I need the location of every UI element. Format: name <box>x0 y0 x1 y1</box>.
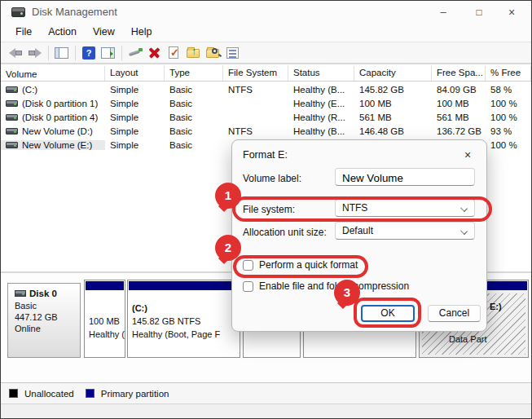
app-disk-icon <box>11 7 25 17</box>
menu-view[interactable]: View <box>85 24 123 42</box>
partition-status: Healthy (Boot, Page F <box>132 329 220 339</box>
up-arrow-glyph: ↑ <box>191 46 196 57</box>
forward-arrow-tail <box>29 51 35 55</box>
column-header-pct-free[interactable]: % Free <box>486 66 531 81</box>
status-bar <box>1 404 532 419</box>
forward-icon[interactable] <box>26 45 44 61</box>
cell-free-space: 136.72 GB <box>432 126 486 136</box>
volume-icon <box>6 86 18 93</box>
list-line <box>229 56 236 58</box>
minimize-button[interactable]: – <box>427 1 459 24</box>
highlight-ok-button <box>354 298 421 328</box>
show-console-tree-icon[interactable] <box>53 45 71 61</box>
list-line <box>229 53 236 55</box>
dialog-title: Format E: <box>243 149 288 161</box>
cell-capacity: 100 MB <box>354 99 432 108</box>
back-arrow-shape <box>9 48 15 58</box>
window-title: Disk Management <box>32 6 117 18</box>
column-header-volume[interactable]: Volume <box>1 66 105 81</box>
partition-size: 145.82 GB NTFS <box>132 316 200 326</box>
cell-pct-free: 100 % <box>486 99 531 108</box>
cell-type: Basic <box>165 85 223 95</box>
document-shape: ✓ <box>169 46 178 59</box>
menu-file[interactable]: File <box>7 24 40 42</box>
disk-icon <box>15 290 26 297</box>
list-line <box>229 50 236 51</box>
table-row[interactable]: New Volume (D:) Simple Basic NTFS Health… <box>1 124 532 138</box>
cell-type: Basic <box>165 140 223 150</box>
column-header-capacity[interactable]: Capacity <box>354 66 432 81</box>
close-button[interactable]: × <box>495 1 528 24</box>
disk-type: Basic <box>15 301 73 311</box>
cell-layout: Simple <box>105 99 165 108</box>
chevron-down-icon <box>460 227 468 235</box>
cell-free-space: 100 MB <box>432 99 486 108</box>
disk0-info-panel[interactable]: Disk 0 Basic 447.12 GB Online <box>7 283 81 358</box>
volume-icon <box>6 128 18 135</box>
validate-document-icon[interactable]: ✓ <box>165 45 183 61</box>
cell-status: Healthy (B... <box>288 126 354 136</box>
column-header-file-system[interactable]: File System <box>223 66 288 81</box>
panel-shape <box>101 47 115 59</box>
column-header-type[interactable]: Type <box>165 66 223 81</box>
properties-list-icon[interactable] <box>224 45 242 61</box>
menu-help[interactable]: Help <box>123 24 160 42</box>
panel-shape <box>55 47 68 59</box>
dialog-close-icon[interactable]: × <box>459 147 476 163</box>
cell-type: Basic <box>165 99 223 108</box>
disk-management-window: Disk Management – □ × File Action View H… <box>0 0 532 419</box>
toolbar-separator <box>121 46 122 60</box>
partition-name-fragment: E:) <box>490 302 502 311</box>
volume-icon <box>6 100 18 107</box>
column-header-status[interactable]: Status <box>288 66 354 81</box>
volume-name: (Disk 0 partition 1) <box>22 99 98 108</box>
inspect-tool-icon[interactable] <box>126 45 144 61</box>
cancel-button[interactable]: Cancel <box>428 305 481 322</box>
allocation-unit-select[interactable]: Default <box>335 222 475 240</box>
title-bar: Disk Management – □ × <box>1 1 531 24</box>
table-row[interactable]: (Disk 0 partition 4) Simple Basic Health… <box>1 110 532 124</box>
cell-capacity: 561 MB <box>354 112 432 122</box>
menu-action[interactable]: Action <box>40 24 85 42</box>
partition-100mb[interactable]: 100 MB Healthy ( <box>84 280 125 358</box>
primary-partition-strip <box>129 281 239 290</box>
volume-icon <box>6 142 18 148</box>
toolbar-separator <box>48 46 49 60</box>
maximize-button[interactable]: □ <box>463 1 495 24</box>
cell-free-space: 561 MB <box>432 112 486 122</box>
question-glyph: ? <box>82 46 95 60</box>
tool-tip <box>138 48 143 51</box>
back-icon[interactable] <box>7 45 24 61</box>
magnifier-glyph <box>212 48 218 54</box>
help-icon[interactable]: ? <box>80 45 98 61</box>
cell-capacity: 145.82 GB <box>354 85 432 95</box>
highlight-quick-format <box>233 255 368 278</box>
step-badge-2: 2 <box>215 235 241 261</box>
list-shape <box>226 47 239 59</box>
compression-checkbox-row[interactable]: Enable file and folder compression <box>243 280 409 292</box>
folder-find-icon[interactable] <box>204 45 222 61</box>
volume-label-input[interactable] <box>335 168 475 186</box>
disk-size: 447.12 GB <box>15 312 73 322</box>
cell-type: Basic <box>165 112 223 122</box>
cell-status: Healthy (B... <box>288 85 354 95</box>
partition-status: Healthy ( <box>89 329 125 339</box>
show-action-pane-icon[interactable] <box>99 45 117 61</box>
step-badge-1: 1 <box>215 183 241 209</box>
table-row[interactable]: (Disk 0 partition 1) Simple Basic Health… <box>1 96 532 110</box>
column-header-layout[interactable]: Layout <box>105 66 165 81</box>
delete-volume-icon[interactable] <box>146 45 164 61</box>
allocation-unit-value: Default <box>342 225 373 236</box>
allocation-unit-label: Allocation unit size: <box>243 227 327 238</box>
table-row[interactable]: (C:) Simple Basic NTFS Healthy (B... 145… <box>1 82 532 96</box>
cell-status: Healthy (E... <box>288 99 354 108</box>
disk-name: Disk 0 <box>29 289 57 298</box>
cell-status: Healthy (R... <box>288 112 354 122</box>
volume-icon <box>6 114 18 121</box>
volume-name: (Disk 0 partition 4) <box>22 112 98 122</box>
folder-export-icon[interactable]: ↑ <box>185 45 203 61</box>
volume-name: New Volume (E:) <box>22 140 92 150</box>
column-header-free-space[interactable]: Free Spa... <box>432 66 486 81</box>
compression-checkbox[interactable] <box>243 281 253 292</box>
partition-c[interactable]: (C:) 145.82 GB NTFS Healthy (Boot, Page … <box>127 280 240 358</box>
